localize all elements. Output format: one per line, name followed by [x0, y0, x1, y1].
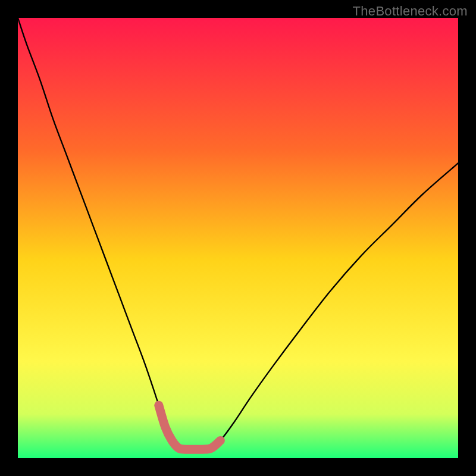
gradient-background [18, 18, 458, 458]
chart-frame: { "watermark": "TheBottleneck.com", "col… [0, 0, 476, 476]
plot-area [18, 18, 458, 458]
watermark-text: TheBottleneck.com [353, 4, 468, 19]
chart-svg [18, 18, 458, 458]
